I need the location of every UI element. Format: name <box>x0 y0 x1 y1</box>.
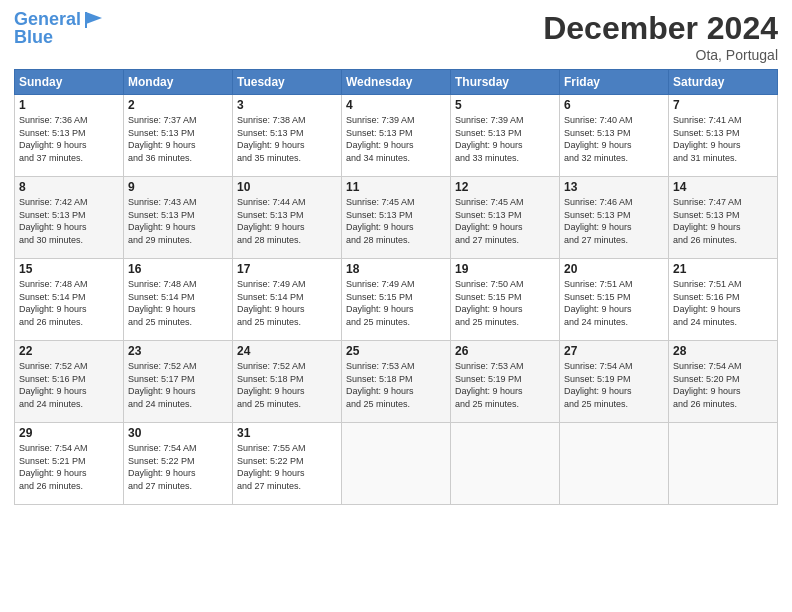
day-content: Sunrise: 7:45 AMSunset: 5:13 PMDaylight:… <box>455 196 555 246</box>
day-content: Sunrise: 7:39 AMSunset: 5:13 PMDaylight:… <box>346 114 446 164</box>
svg-marker-0 <box>86 12 102 24</box>
logo-flag-icon <box>84 10 106 30</box>
col-monday: Monday <box>124 70 233 95</box>
day-content: Sunrise: 7:49 AMSunset: 5:15 PMDaylight:… <box>346 278 446 328</box>
day-number: 19 <box>455 262 555 276</box>
day-cell: 21Sunrise: 7:51 AMSunset: 5:16 PMDayligh… <box>669 259 778 341</box>
day-number: 13 <box>564 180 664 194</box>
day-content: Sunrise: 7:37 AMSunset: 5:13 PMDaylight:… <box>128 114 228 164</box>
day-content: Sunrise: 7:54 AMSunset: 5:19 PMDaylight:… <box>564 360 664 410</box>
day-number: 8 <box>19 180 119 194</box>
day-content: Sunrise: 7:45 AMSunset: 5:13 PMDaylight:… <box>346 196 446 246</box>
day-cell: 10Sunrise: 7:44 AMSunset: 5:13 PMDayligh… <box>233 177 342 259</box>
day-cell: 28Sunrise: 7:54 AMSunset: 5:20 PMDayligh… <box>669 341 778 423</box>
day-cell: 14Sunrise: 7:47 AMSunset: 5:13 PMDayligh… <box>669 177 778 259</box>
day-number: 27 <box>564 344 664 358</box>
col-sunday: Sunday <box>15 70 124 95</box>
day-number: 14 <box>673 180 773 194</box>
day-number: 10 <box>237 180 337 194</box>
day-number: 2 <box>128 98 228 112</box>
day-number: 22 <box>19 344 119 358</box>
day-cell: 23Sunrise: 7:52 AMSunset: 5:17 PMDayligh… <box>124 341 233 423</box>
day-cell <box>342 423 451 505</box>
day-content: Sunrise: 7:53 AMSunset: 5:18 PMDaylight:… <box>346 360 446 410</box>
week-row-2: 8Sunrise: 7:42 AMSunset: 5:13 PMDaylight… <box>15 177 778 259</box>
day-content: Sunrise: 7:51 AMSunset: 5:16 PMDaylight:… <box>673 278 773 328</box>
day-cell: 7Sunrise: 7:41 AMSunset: 5:13 PMDaylight… <box>669 95 778 177</box>
col-tuesday: Tuesday <box>233 70 342 95</box>
day-number: 31 <box>237 426 337 440</box>
day-cell: 4Sunrise: 7:39 AMSunset: 5:13 PMDaylight… <box>342 95 451 177</box>
day-cell: 17Sunrise: 7:49 AMSunset: 5:14 PMDayligh… <box>233 259 342 341</box>
day-number: 24 <box>237 344 337 358</box>
header: General Blue December 2024 Ota, Portugal <box>14 10 778 63</box>
week-row-1: 1Sunrise: 7:36 AMSunset: 5:13 PMDaylight… <box>15 95 778 177</box>
day-number: 30 <box>128 426 228 440</box>
day-number: 25 <box>346 344 446 358</box>
calendar-table: SundayMondayTuesdayWednesdayThursdayFrid… <box>14 69 778 505</box>
day-number: 18 <box>346 262 446 276</box>
day-content: Sunrise: 7:41 AMSunset: 5:13 PMDaylight:… <box>673 114 773 164</box>
day-content: Sunrise: 7:36 AMSunset: 5:13 PMDaylight:… <box>19 114 119 164</box>
day-cell: 20Sunrise: 7:51 AMSunset: 5:15 PMDayligh… <box>560 259 669 341</box>
day-cell: 16Sunrise: 7:48 AMSunset: 5:14 PMDayligh… <box>124 259 233 341</box>
day-content: Sunrise: 7:52 AMSunset: 5:16 PMDaylight:… <box>19 360 119 410</box>
day-content: Sunrise: 7:40 AMSunset: 5:13 PMDaylight:… <box>564 114 664 164</box>
location: Ota, Portugal <box>543 47 778 63</box>
day-number: 11 <box>346 180 446 194</box>
day-number: 4 <box>346 98 446 112</box>
day-number: 12 <box>455 180 555 194</box>
day-number: 29 <box>19 426 119 440</box>
day-content: Sunrise: 7:48 AMSunset: 5:14 PMDaylight:… <box>128 278 228 328</box>
day-number: 23 <box>128 344 228 358</box>
day-cell: 3Sunrise: 7:38 AMSunset: 5:13 PMDaylight… <box>233 95 342 177</box>
day-cell: 22Sunrise: 7:52 AMSunset: 5:16 PMDayligh… <box>15 341 124 423</box>
day-content: Sunrise: 7:53 AMSunset: 5:19 PMDaylight:… <box>455 360 555 410</box>
month-title: December 2024 <box>543 10 778 47</box>
day-number: 28 <box>673 344 773 358</box>
day-content: Sunrise: 7:54 AMSunset: 5:22 PMDaylight:… <box>128 442 228 492</box>
day-content: Sunrise: 7:51 AMSunset: 5:15 PMDaylight:… <box>564 278 664 328</box>
day-number: 17 <box>237 262 337 276</box>
day-cell: 13Sunrise: 7:46 AMSunset: 5:13 PMDayligh… <box>560 177 669 259</box>
day-cell: 25Sunrise: 7:53 AMSunset: 5:18 PMDayligh… <box>342 341 451 423</box>
title-block: December 2024 Ota, Portugal <box>543 10 778 63</box>
day-content: Sunrise: 7:43 AMSunset: 5:13 PMDaylight:… <box>128 196 228 246</box>
day-content: Sunrise: 7:39 AMSunset: 5:13 PMDaylight:… <box>455 114 555 164</box>
day-cell: 6Sunrise: 7:40 AMSunset: 5:13 PMDaylight… <box>560 95 669 177</box>
col-saturday: Saturday <box>669 70 778 95</box>
day-cell: 26Sunrise: 7:53 AMSunset: 5:19 PMDayligh… <box>451 341 560 423</box>
day-cell: 8Sunrise: 7:42 AMSunset: 5:13 PMDaylight… <box>15 177 124 259</box>
day-content: Sunrise: 7:55 AMSunset: 5:22 PMDaylight:… <box>237 442 337 492</box>
day-content: Sunrise: 7:42 AMSunset: 5:13 PMDaylight:… <box>19 196 119 246</box>
day-cell: 29Sunrise: 7:54 AMSunset: 5:21 PMDayligh… <box>15 423 124 505</box>
day-cell: 31Sunrise: 7:55 AMSunset: 5:22 PMDayligh… <box>233 423 342 505</box>
col-wednesday: Wednesday <box>342 70 451 95</box>
day-content: Sunrise: 7:50 AMSunset: 5:15 PMDaylight:… <box>455 278 555 328</box>
day-cell: 30Sunrise: 7:54 AMSunset: 5:22 PMDayligh… <box>124 423 233 505</box>
logo-blue: Blue <box>14 28 106 48</box>
day-content: Sunrise: 7:48 AMSunset: 5:14 PMDaylight:… <box>19 278 119 328</box>
day-cell: 27Sunrise: 7:54 AMSunset: 5:19 PMDayligh… <box>560 341 669 423</box>
header-row: SundayMondayTuesdayWednesdayThursdayFrid… <box>15 70 778 95</box>
day-content: Sunrise: 7:49 AMSunset: 5:14 PMDaylight:… <box>237 278 337 328</box>
day-number: 15 <box>19 262 119 276</box>
day-number: 3 <box>237 98 337 112</box>
day-number: 1 <box>19 98 119 112</box>
col-thursday: Thursday <box>451 70 560 95</box>
day-cell: 1Sunrise: 7:36 AMSunset: 5:13 PMDaylight… <box>15 95 124 177</box>
day-cell <box>560 423 669 505</box>
day-number: 20 <box>564 262 664 276</box>
day-number: 9 <box>128 180 228 194</box>
logo: General Blue <box>14 10 106 48</box>
day-content: Sunrise: 7:52 AMSunset: 5:18 PMDaylight:… <box>237 360 337 410</box>
col-friday: Friday <box>560 70 669 95</box>
day-cell: 18Sunrise: 7:49 AMSunset: 5:15 PMDayligh… <box>342 259 451 341</box>
week-row-4: 22Sunrise: 7:52 AMSunset: 5:16 PMDayligh… <box>15 341 778 423</box>
day-content: Sunrise: 7:52 AMSunset: 5:17 PMDaylight:… <box>128 360 228 410</box>
day-content: Sunrise: 7:38 AMSunset: 5:13 PMDaylight:… <box>237 114 337 164</box>
day-cell: 15Sunrise: 7:48 AMSunset: 5:14 PMDayligh… <box>15 259 124 341</box>
day-cell <box>451 423 560 505</box>
day-number: 16 <box>128 262 228 276</box>
day-content: Sunrise: 7:46 AMSunset: 5:13 PMDaylight:… <box>564 196 664 246</box>
